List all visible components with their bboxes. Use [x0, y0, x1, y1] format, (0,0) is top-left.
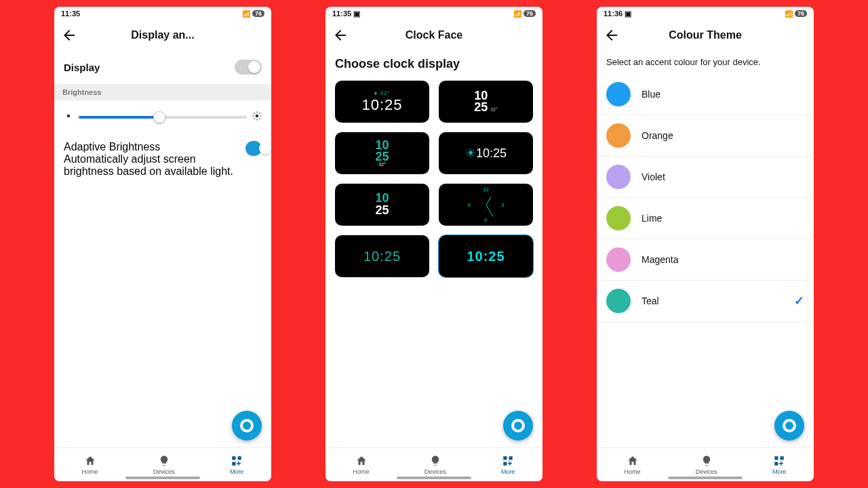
nav-devices[interactable]: Devices: [696, 455, 717, 475]
phone-colour-theme: 11:36 ▣ 📶 76 Colour Theme Select an acce…: [597, 7, 814, 481]
svg-rect-11: [238, 456, 241, 460]
battery-badge: 76: [795, 10, 807, 17]
theme-label: Blue: [642, 89, 804, 100]
back-button[interactable]: [332, 27, 349, 43]
nav-home[interactable]: Home: [82, 455, 98, 475]
clock-face-2[interactable]: 102532°: [439, 81, 533, 123]
gesture-bar: [397, 476, 471, 479]
phone-clock-face: 11:35 ▣ 📶 76 Clock Face Choose clock dis…: [326, 7, 542, 481]
clock-face-7[interactable]: 10:25: [335, 235, 429, 277]
analog-clock-icon: 12369: [469, 188, 503, 222]
clock-face-5[interactable]: 1025: [335, 184, 429, 226]
signal-icon: 📶: [785, 10, 792, 18]
brightness-slider-row: [54, 100, 271, 134]
app-bar: Display an...: [54, 20, 271, 50]
colour-swatch: [606, 123, 631, 148]
status-time: 11:36: [604, 9, 623, 18]
nav-more[interactable]: More: [501, 455, 515, 475]
alexa-fab[interactable]: [503, 411, 533, 441]
gesture-bar: [125, 476, 200, 479]
colour-swatch: [606, 247, 631, 272]
svg-line-9: [260, 113, 260, 113]
check-icon: ✓: [794, 293, 804, 308]
brightness-slider[interactable]: [79, 116, 247, 119]
colour-swatch: [606, 289, 631, 313]
adaptive-title: Adaptive Brightness: [64, 141, 245, 153]
status-bar: 11:35 📶 76: [54, 7, 271, 20]
theme-row-magenta[interactable]: Magenta: [597, 239, 814, 281]
page-title: Display an...: [131, 29, 194, 41]
theme-description: Select an accent colour for your device.: [597, 50, 814, 74]
clock-face-1[interactable]: ● 32°10:25: [335, 81, 429, 123]
clock-face-8[interactable]: 10:25: [439, 235, 533, 277]
screenshot-icon: ▣: [625, 9, 631, 18]
brightness-low-icon: [64, 111, 73, 123]
nav-home[interactable]: Home: [353, 455, 370, 475]
svg-line-7: [260, 119, 260, 119]
signal-icon: 📶: [513, 10, 521, 18]
status-bar: 11:35 ▣ 📶 76: [326, 7, 542, 20]
screenshot-icon: ▣: [353, 9, 360, 18]
theme-label: Magenta: [642, 254, 804, 265]
app-bar: Colour Theme: [597, 20, 814, 50]
phone-display-settings: 11:35 📶 76 Display an... Display Brightn…: [54, 7, 271, 481]
app-bar: Clock Face: [326, 20, 542, 50]
nav-more[interactable]: More: [230, 455, 244, 475]
status-time: 11:35: [61, 9, 80, 18]
signal-icon: 📶: [242, 10, 250, 18]
theme-row-orange[interactable]: Orange: [597, 115, 814, 157]
svg-line-8: [254, 119, 254, 119]
adaptive-row: Adaptive Brightness Automatically adjust…: [54, 134, 271, 184]
theme-row-violet[interactable]: Violet: [597, 157, 814, 198]
svg-rect-18: [774, 462, 778, 465]
theme-list: BlueOrangeVioletLimeMagentaTeal✓: [597, 74, 814, 322]
theme-label: Orange: [642, 130, 804, 141]
svg-rect-13: [503, 456, 507, 460]
display-row: Display: [54, 50, 271, 84]
nav-home[interactable]: Home: [625, 455, 641, 475]
svg-rect-12: [232, 462, 235, 465]
battery-badge: 76: [524, 10, 536, 17]
clock-face-6[interactable]: 12369: [439, 184, 533, 226]
svg-line-6: [254, 113, 254, 113]
colour-swatch: [606, 82, 631, 106]
back-button[interactable]: [604, 27, 620, 43]
gesture-bar: [668, 476, 743, 479]
svg-point-1: [256, 115, 259, 118]
alexa-fab[interactable]: [232, 411, 262, 441]
clock-heading: Choose clock display: [326, 50, 542, 75]
adaptive-toggle[interactable]: [245, 141, 262, 156]
display-toggle[interactable]: [235, 60, 262, 75]
theme-row-blue[interactable]: Blue: [597, 74, 814, 115]
status-time: 11:35: [332, 9, 351, 18]
alexa-icon: [511, 419, 525, 432]
battery-badge: 76: [252, 10, 264, 17]
page-title: Clock Face: [406, 29, 462, 41]
svg-rect-16: [774, 456, 778, 460]
clock-face-3[interactable]: 102532°: [335, 132, 429, 174]
theme-label: Teal: [642, 296, 783, 306]
theme-row-teal[interactable]: Teal✓: [597, 281, 814, 322]
nav-more[interactable]: More: [772, 455, 787, 475]
alexa-icon: [240, 419, 254, 432]
svg-rect-14: [509, 456, 513, 460]
theme-row-lime[interactable]: Lime: [597, 198, 814, 239]
svg-rect-17: [781, 456, 784, 460]
nav-devices[interactable]: Devices: [153, 455, 175, 475]
theme-label: Lime: [642, 213, 804, 224]
brightness-header: Brightness: [54, 84, 271, 100]
adaptive-desc: Automatically adjust screen brightness b…: [64, 153, 245, 178]
colour-swatch: [606, 206, 631, 230]
svg-rect-10: [232, 456, 235, 460]
back-button[interactable]: [61, 27, 77, 43]
status-bar: 11:36 ▣ 📶 76: [597, 7, 814, 20]
clock-grid: ● 32°10:25 102532° 102532° ☀10:25 1025 1…: [326, 75, 542, 283]
brightness-high-icon: [252, 111, 262, 123]
colour-swatch: [606, 165, 631, 189]
alexa-fab[interactable]: [774, 411, 804, 441]
clock-face-4[interactable]: ☀10:25: [439, 132, 533, 174]
nav-devices[interactable]: Devices: [425, 455, 446, 475]
svg-rect-15: [503, 462, 507, 465]
sun-icon: ☀: [465, 146, 476, 160]
svg-point-0: [67, 115, 71, 118]
